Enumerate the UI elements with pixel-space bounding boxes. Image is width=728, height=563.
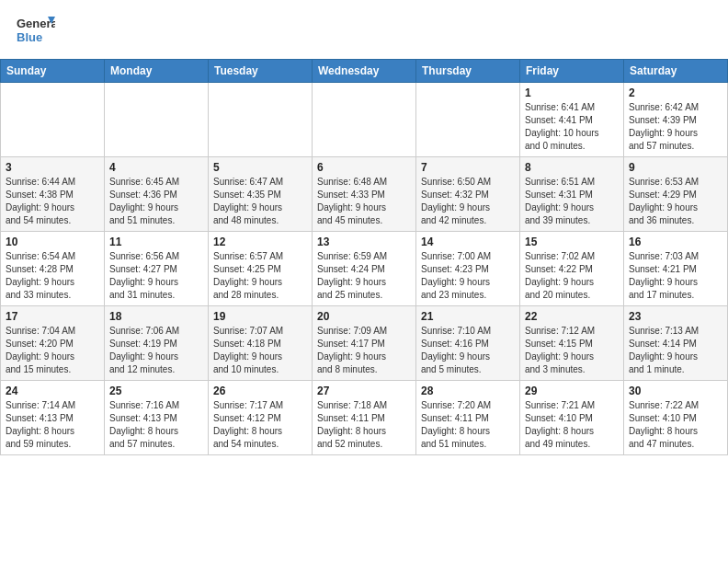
weekday-header-monday: Monday [105,60,209,83]
day-info: Sunrise: 7:21 AM Sunset: 4:10 PM Dayligh… [525,399,619,451]
day-number: 16 [629,236,722,248]
day-info: Sunrise: 6:59 AM Sunset: 4:24 PM Dayligh… [317,250,411,302]
day-info: Sunrise: 6:50 AM Sunset: 4:32 PM Dayligh… [421,176,515,227]
calendar-cell: 5Sunrise: 6:47 AM Sunset: 4:35 PM Daylig… [209,157,313,232]
day-info: Sunrise: 7:09 AM Sunset: 4:17 PM Dayligh… [317,325,411,376]
calendar-table: SundayMondayTuesdayWednesdayThursdayFrid… [0,59,728,455]
calendar-cell [1,83,105,157]
day-number: 14 [421,236,515,248]
day-info: Sunrise: 6:54 AM Sunset: 4:28 PM Dayligh… [6,250,99,302]
calendar-cell: 26Sunrise: 7:17 AM Sunset: 4:12 PM Dayli… [209,381,313,455]
calendar-cell: 19Sunrise: 7:07 AM Sunset: 4:18 PM Dayli… [209,306,313,381]
day-info: Sunrise: 7:03 AM Sunset: 4:21 PM Dayligh… [629,250,722,302]
day-info: Sunrise: 7:17 AM Sunset: 4:12 PM Dayligh… [213,399,307,451]
weekday-header-tuesday: Tuesday [209,60,313,83]
calendar-cell: 25Sunrise: 7:16 AM Sunset: 4:13 PM Dayli… [105,381,209,455]
calendar-cell: 24Sunrise: 7:14 AM Sunset: 4:13 PM Dayli… [1,381,105,455]
day-info: Sunrise: 6:45 AM Sunset: 4:36 PM Dayligh… [109,176,203,227]
day-number: 6 [317,161,411,174]
day-number: 21 [421,310,515,323]
day-info: Sunrise: 7:20 AM Sunset: 4:11 PM Dayligh… [421,399,515,451]
weekday-header-wednesday: Wednesday [313,60,416,83]
calendar-cell: 13Sunrise: 6:59 AM Sunset: 4:24 PM Dayli… [313,232,416,306]
weekday-header-thursday: Thursday [416,60,520,83]
calendar-cell: 3Sunrise: 6:44 AM Sunset: 4:38 PM Daylig… [1,157,105,232]
day-info: Sunrise: 6:42 AM Sunset: 4:39 PM Dayligh… [629,101,722,153]
calendar-cell: 10Sunrise: 6:54 AM Sunset: 4:28 PM Dayli… [1,232,105,306]
calendar-cell [313,83,416,157]
calendar-cell: 30Sunrise: 7:22 AM Sunset: 4:10 PM Dayli… [624,381,728,455]
day-number: 29 [525,385,619,397]
day-number: 15 [525,236,619,248]
day-number: 9 [629,161,722,174]
day-number: 28 [421,385,515,397]
calendar-cell: 11Sunrise: 6:56 AM Sunset: 4:27 PM Dayli… [105,232,209,306]
calendar-cell: 29Sunrise: 7:21 AM Sunset: 4:10 PM Dayli… [520,381,624,455]
calendar-cell: 17Sunrise: 7:04 AM Sunset: 4:20 PM Dayli… [1,306,105,381]
calendar-cell: 2Sunrise: 6:42 AM Sunset: 4:39 PM Daylig… [624,83,728,157]
day-info: Sunrise: 7:18 AM Sunset: 4:11 PM Dayligh… [317,399,411,451]
day-number: 8 [525,161,619,174]
calendar-cell: 23Sunrise: 7:13 AM Sunset: 4:14 PM Dayli… [624,306,728,381]
day-info: Sunrise: 7:10 AM Sunset: 4:16 PM Dayligh… [421,325,515,376]
day-info: Sunrise: 6:53 AM Sunset: 4:29 PM Dayligh… [629,176,722,227]
day-info: Sunrise: 7:00 AM Sunset: 4:23 PM Dayligh… [421,250,515,302]
day-info: Sunrise: 6:47 AM Sunset: 4:35 PM Dayligh… [213,176,307,227]
calendar-cell [416,83,520,157]
day-number: 11 [109,236,203,248]
day-info: Sunrise: 7:14 AM Sunset: 4:13 PM Dayligh… [6,399,99,451]
day-number: 26 [213,385,307,397]
day-info: Sunrise: 6:41 AM Sunset: 4:41 PM Dayligh… [525,101,619,153]
calendar-cell: 6Sunrise: 6:48 AM Sunset: 4:33 PM Daylig… [313,157,416,232]
calendar-cell: 14Sunrise: 7:00 AM Sunset: 4:23 PM Dayli… [416,232,520,306]
day-number: 7 [421,161,515,174]
logo-svg: General Blue [15,11,55,52]
day-info: Sunrise: 7:04 AM Sunset: 4:20 PM Dayligh… [6,325,99,376]
calendar-cell: 22Sunrise: 7:12 AM Sunset: 4:15 PM Dayli… [520,306,624,381]
calendar-cell: 8Sunrise: 6:51 AM Sunset: 4:31 PM Daylig… [520,157,624,232]
day-number: 24 [6,385,99,397]
weekday-header-saturday: Saturday [624,60,728,83]
day-number: 18 [109,310,203,323]
day-info: Sunrise: 7:13 AM Sunset: 4:14 PM Dayligh… [629,325,722,376]
calendar-cell [209,83,313,157]
day-number: 20 [317,310,411,323]
calendar-cell: 28Sunrise: 7:20 AM Sunset: 4:11 PM Dayli… [416,381,520,455]
day-number: 10 [6,236,99,248]
day-info: Sunrise: 7:02 AM Sunset: 4:22 PM Dayligh… [525,250,619,302]
calendar-cell: 21Sunrise: 7:10 AM Sunset: 4:16 PM Dayli… [416,306,520,381]
calendar-cell: 12Sunrise: 6:57 AM Sunset: 4:25 PM Dayli… [209,232,313,306]
day-number: 2 [629,86,722,99]
day-number: 30 [629,385,722,397]
day-number: 1 [525,86,619,99]
calendar-cell: 16Sunrise: 7:03 AM Sunset: 4:21 PM Dayli… [624,232,728,306]
calendar-cell: 9Sunrise: 6:53 AM Sunset: 4:29 PM Daylig… [624,157,728,232]
calendar-cell: 1Sunrise: 6:41 AM Sunset: 4:41 PM Daylig… [520,83,624,157]
page-header: General Blue [0,0,728,59]
calendar-cell: 4Sunrise: 6:45 AM Sunset: 4:36 PM Daylig… [105,157,209,232]
day-number: 17 [6,310,99,323]
day-info: Sunrise: 7:16 AM Sunset: 4:13 PM Dayligh… [109,399,203,451]
day-number: 5 [213,161,307,174]
day-info: Sunrise: 7:07 AM Sunset: 4:18 PM Dayligh… [213,325,307,376]
calendar-cell: 18Sunrise: 7:06 AM Sunset: 4:19 PM Dayli… [105,306,209,381]
svg-text:Blue: Blue [17,30,42,44]
calendar-cell: 20Sunrise: 7:09 AM Sunset: 4:17 PM Dayli… [313,306,416,381]
day-info: Sunrise: 6:48 AM Sunset: 4:33 PM Dayligh… [317,176,411,227]
calendar-cell: 15Sunrise: 7:02 AM Sunset: 4:22 PM Dayli… [520,232,624,306]
calendar-cell: 7Sunrise: 6:50 AM Sunset: 4:32 PM Daylig… [416,157,520,232]
day-info: Sunrise: 6:44 AM Sunset: 4:38 PM Dayligh… [6,176,99,227]
day-number: 27 [317,385,411,397]
day-number: 3 [6,161,99,174]
day-number: 13 [317,236,411,248]
day-info: Sunrise: 7:06 AM Sunset: 4:19 PM Dayligh… [109,325,203,376]
weekday-header-sunday: Sunday [1,60,105,83]
day-number: 19 [213,310,307,323]
day-number: 4 [109,161,203,174]
day-info: Sunrise: 7:22 AM Sunset: 4:10 PM Dayligh… [629,399,722,451]
day-info: Sunrise: 6:56 AM Sunset: 4:27 PM Dayligh… [109,250,203,302]
calendar-cell [105,83,209,157]
day-info: Sunrise: 7:12 AM Sunset: 4:15 PM Dayligh… [525,325,619,376]
day-number: 12 [213,236,307,248]
day-info: Sunrise: 6:57 AM Sunset: 4:25 PM Dayligh… [213,250,307,302]
